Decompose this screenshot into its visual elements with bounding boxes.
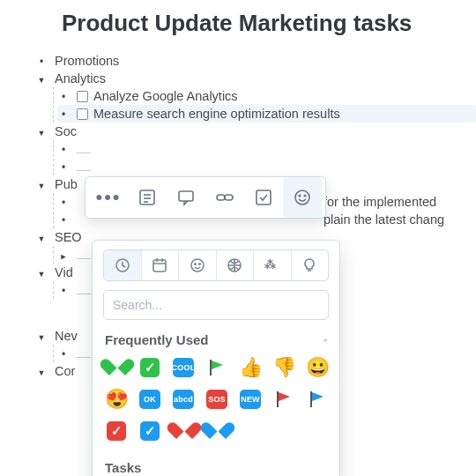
emoji-button[interactable] (283, 177, 322, 218)
smiley-icon (190, 257, 205, 273)
emoji-picker: ⁂ Frequently Used ✓COOL👍👎😀😍OKabcdSOSNEW✓… (92, 240, 340, 476)
link-icon (215, 188, 234, 207)
smiley-icon (293, 188, 312, 207)
svg-rect-7 (257, 190, 271, 205)
emoji-thumbs-down[interactable]: 👎 (271, 354, 297, 381)
task-analyze-ga[interactable]: Analyze Google Analytics (57, 87, 476, 105)
note-icon (138, 188, 157, 207)
link-button[interactable] (205, 177, 244, 218)
page-title: Product Update Marketing tasks (62, 9, 476, 38)
emoji-search (103, 290, 329, 320)
emoji-cool-badge[interactable]: COOL (170, 354, 197, 381)
emoji-green-flag[interactable] (204, 354, 230, 381)
tab-objects[interactable] (292, 250, 329, 280)
calendar-icon (152, 257, 167, 273)
clock-icon (115, 257, 130, 273)
tree-item-analytics[interactable]: Analytics (35, 70, 476, 87)
svg-point-8 (295, 190, 309, 205)
note-button[interactable] (128, 177, 167, 218)
emoji-search-input[interactable] (103, 290, 329, 320)
emoji-new-badge[interactable]: NEW (237, 386, 264, 413)
emoji-grinning[interactable]: 😀 (304, 354, 331, 381)
tab-symbols[interactable]: ⁂ (254, 250, 292, 280)
tree-item-social[interactable]: Soc (35, 123, 476, 140)
emoji-green-heart[interactable] (103, 354, 130, 381)
task-measure-seo[interactable]: Measure search engine optimization resul… (57, 105, 476, 123)
emoji-blue-heart[interactable] (204, 418, 230, 444)
emoji-sos-badge[interactable]: SOS (204, 386, 230, 413)
comment-icon (176, 188, 196, 207)
tab-activity[interactable] (217, 250, 255, 280)
tab-smileys[interactable] (179, 250, 217, 280)
svg-point-17 (195, 264, 196, 264)
tab-calendar[interactable] (142, 250, 180, 280)
svg-point-9 (299, 195, 301, 197)
more-button[interactable]: ••• (89, 177, 128, 218)
frequent-emoji-grid: ✓COOL👍👎😀😍OKabcdSOSNEW✓✓ (103, 353, 329, 448)
svg-point-16 (191, 259, 204, 271)
emoji-green-check[interactable]: ✓ (137, 354, 163, 381)
emoji-heart-eyes[interactable]: 😍 (103, 386, 130, 413)
inline-toolbar: ••• (85, 176, 326, 219)
section-tasks-title: Tasks (105, 460, 329, 475)
svg-point-10 (304, 195, 306, 197)
svg-rect-6 (225, 195, 233, 200)
svg-rect-4 (179, 191, 193, 201)
symbols-icon: ⁂ (264, 257, 280, 273)
svg-rect-5 (217, 195, 225, 200)
checkbox-icon[interactable] (77, 91, 88, 102)
emoji-abcd-badge[interactable]: abcd (170, 386, 197, 413)
tab-recent[interactable] (104, 250, 142, 280)
task-button[interactable] (244, 177, 283, 218)
emoji-red-flag[interactable] (271, 386, 297, 413)
checkbox-icon[interactable] (77, 108, 88, 120)
comment-button[interactable] (167, 177, 205, 218)
emoji-thumbs-up[interactable]: 👍 (237, 354, 264, 381)
emoji-ok-badge[interactable]: OK (137, 386, 163, 413)
emoji-blue-check[interactable]: ✓ (137, 418, 163, 444)
emoji-blue-flag[interactable] (304, 386, 331, 413)
emoji-red-heart[interactable] (170, 418, 197, 444)
emoji-red-check[interactable]: ✓ (103, 418, 130, 444)
tree-item-promotions[interactable]: Promotions (35, 52, 476, 70)
svg-rect-12 (153, 260, 166, 271)
emoji-category-tabs: ⁂ (103, 249, 329, 281)
svg-point-18 (199, 264, 200, 264)
section-frequent-title: Frequently Used (105, 332, 329, 347)
bulb-icon (301, 257, 317, 273)
basketball-icon (227, 257, 242, 273)
checkbox-done-icon (254, 188, 273, 207)
